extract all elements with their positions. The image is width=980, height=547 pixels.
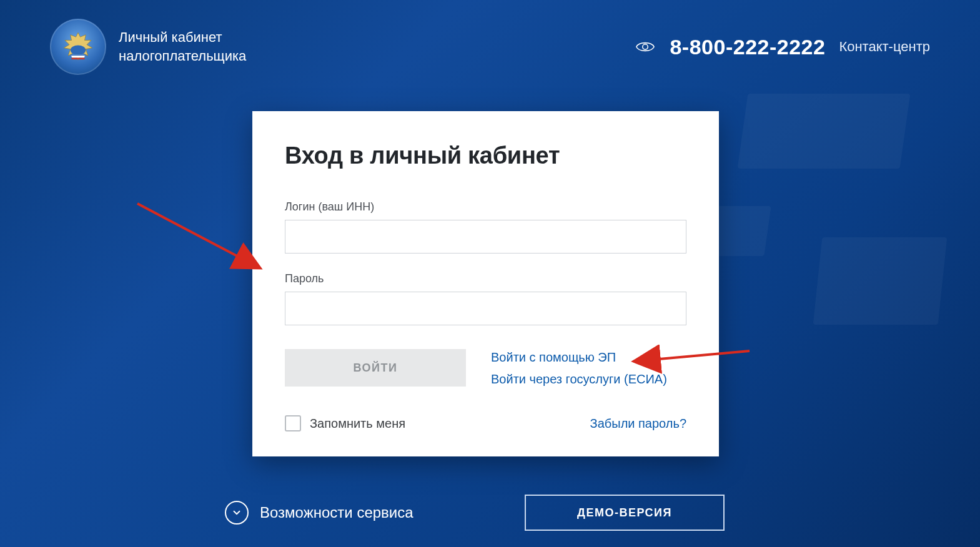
svg-point-4: [643, 44, 648, 50]
login-ep-link[interactable]: Войти с помощью ЭП: [491, 350, 667, 365]
service-capabilities-toggle[interactable]: Возможности сервиса: [225, 501, 413, 525]
brand-title: Личный кабинет налогоплательщика: [119, 28, 246, 65]
bg-decoration: [813, 237, 948, 325]
brand-line2: налогоплательщика: [119, 47, 246, 66]
svg-line-5: [137, 204, 256, 266]
demo-button[interactable]: ДЕМО-ВЕРСИЯ: [525, 495, 725, 531]
password-input[interactable]: [285, 292, 686, 325]
login-input[interactable]: [285, 220, 686, 254]
password-field-label: Пароль: [285, 272, 686, 285]
login-card: Вход в личный кабинет Логин (ваш ИНН) Па…: [252, 111, 719, 456]
bottom-row: Запомнить меня Забыли пароль?: [285, 415, 686, 431]
brand-line1: Личный кабинет: [119, 28, 246, 47]
logo-emblem-icon: [50, 19, 106, 75]
svg-rect-2: [72, 58, 85, 60]
accessibility-eye-icon[interactable]: [635, 36, 656, 57]
login-button[interactable]: ВОЙТИ: [285, 349, 466, 387]
footer-bar: Возможности сервиса ДЕМО-ВЕРСИЯ: [225, 495, 725, 531]
phone-number[interactable]: 8-800-222-2222: [670, 35, 825, 59]
remember-label: Запомнить меня: [310, 416, 405, 431]
capabilities-label: Возможности сервиса: [260, 504, 413, 521]
bg-decoration: [738, 94, 911, 169]
alt-login-links: Войти с помощью ЭП Войти через госуслуги…: [491, 349, 667, 387]
actions-row: ВОЙТИ Войти с помощью ЭП Войти через гос…: [285, 349, 686, 387]
login-esia-link[interactable]: Войти через госуслуги (ЕСИА): [491, 372, 667, 387]
svg-rect-3: [72, 54, 85, 56]
svg-point-0: [71, 45, 86, 55]
login-title: Вход в личный кабинет: [285, 142, 686, 169]
remember-me[interactable]: Запомнить меня: [285, 415, 405, 431]
chevron-down-icon: [225, 501, 249, 525]
remember-checkbox[interactable]: [285, 415, 301, 431]
header: Личный кабинет налогоплательщика 8-800-2…: [0, 0, 980, 75]
forgot-password-link[interactable]: Забыли пароль?: [590, 416, 686, 431]
contact-center-label[interactable]: Контакт-центр: [839, 39, 930, 55]
login-field-label: Логин (ваш ИНН): [285, 200, 686, 214]
brand: Личный кабинет налогоплательщика: [50, 19, 246, 75]
annotation-arrow-icon: [131, 197, 269, 278]
header-right: 8-800-222-2222 Контакт-центр: [635, 35, 930, 59]
